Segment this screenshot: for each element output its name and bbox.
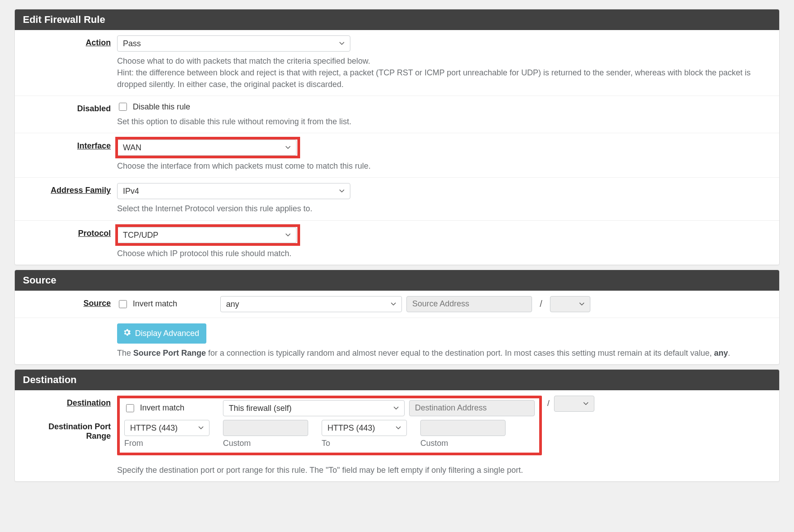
row-disabled: Disabled Disable this rule Set this opti…: [15, 96, 779, 133]
select-destination-type[interactable]: This firewall (self): [223, 400, 405, 416]
checkbox-disable-rule[interactable]: [119, 103, 127, 111]
select-port-to[interactable]: HTTPS (443): [322, 420, 407, 436]
select-source-type[interactable]: any: [220, 296, 402, 312]
highlight-interface: WAN: [117, 139, 298, 157]
row-address-family: Address Family IPv4 Select the Internet …: [15, 177, 779, 220]
select-action[interactable]: Pass: [117, 35, 350, 52]
select-source-mask[interactable]: [550, 296, 590, 312]
checkbox-source-invert[interactable]: [119, 300, 127, 308]
button-display-advanced-label: Display Advanced: [135, 329, 199, 338]
highlight-protocol: TCP/UDP: [117, 226, 298, 244]
panel-destination: Destination Destination Invert match Thi…: [14, 369, 780, 482]
help-disabled: Set this option to disable this rule wit…: [117, 116, 771, 127]
slash-source: /: [537, 299, 545, 309]
select-address-family[interactable]: IPv4: [117, 183, 350, 199]
panel-source: Source Source Invert match any /: [14, 270, 780, 365]
row-dest-port-label: Destination Port Range Specify the desti…: [15, 461, 779, 481]
button-display-advanced[interactable]: Display Advanced: [117, 323, 206, 344]
label-source-invert: Invert match: [133, 299, 177, 309]
label-address-family[interactable]: Address Family: [23, 183, 117, 195]
label-source-advanced-empty: [23, 323, 117, 326]
slash-destination: /: [547, 399, 550, 408]
row-source: Source Invert match any /: [15, 291, 779, 318]
row-protocol: Protocol TCP/UDP TCP/UDP Choose which IP…: [15, 220, 779, 265]
label-destination[interactable]: Destination: [23, 396, 117, 408]
select-port-from[interactable]: HTTPS (443): [124, 420, 209, 436]
help-interface: Choose the interface from which packets …: [117, 160, 771, 172]
label-source[interactable]: Source: [23, 296, 117, 308]
row-interface: Interface WAN WAN Choose the interface f…: [15, 133, 779, 177]
label-to: To: [322, 439, 407, 448]
help-dest-port-range: Specify the destination port or port ran…: [117, 464, 771, 476]
panel-header-destination: Destination: [15, 370, 779, 390]
help-source-advanced: The Source Port Range for a connection i…: [117, 347, 771, 359]
select-destination-mask[interactable]: [554, 396, 594, 412]
label-from: From: [124, 439, 209, 448]
label-destination-invert: Invert match: [140, 403, 184, 413]
checkbox-destination-invert[interactable]: [126, 404, 134, 412]
row-destination: Destination Invert match This firewall (…: [15, 390, 779, 461]
gear-icon: [122, 328, 131, 339]
panel-edit-firewall-rule: Edit Firewall Rule Action Pass Choose wh…: [14, 9, 780, 265]
help-address-family: Select the Internet Protocol version thi…: [117, 203, 771, 214]
checkbox-label-disable: Disable this rule: [133, 102, 190, 112]
label-dest-port-range: Destination Port Range: [23, 422, 117, 441]
select-interface[interactable]: WAN: [117, 140, 297, 156]
label-disabled: Disabled: [23, 101, 117, 113]
panel-header-source: Source: [15, 270, 779, 291]
help-protocol: Choose which IP protocol this rule shoul…: [117, 248, 771, 259]
input-port-from-custom[interactable]: [223, 420, 308, 436]
panel-header-edit: Edit Firewall Rule: [15, 9, 779, 30]
input-source-address[interactable]: [406, 296, 532, 312]
help-action: Choose what to do with packets that matc…: [117, 55, 771, 90]
label-action[interactable]: Action: [23, 35, 117, 48]
row-source-advanced: Display Advanced The Source Port Range f…: [15, 318, 779, 364]
label-custom-to: Custom: [420, 439, 506, 448]
label-custom-from: Custom: [223, 439, 308, 448]
highlight-destination: Invert match This firewall (self) HTTPS …: [117, 396, 542, 455]
label-protocol[interactable]: Protocol: [23, 226, 117, 238]
input-destination-address[interactable]: [409, 400, 535, 416]
label-interface[interactable]: Interface: [23, 139, 117, 151]
select-protocol[interactable]: TCP/UDP: [117, 227, 297, 243]
row-action: Action Pass Choose what to do with packe…: [15, 30, 779, 96]
input-port-to-custom[interactable]: [420, 420, 506, 436]
